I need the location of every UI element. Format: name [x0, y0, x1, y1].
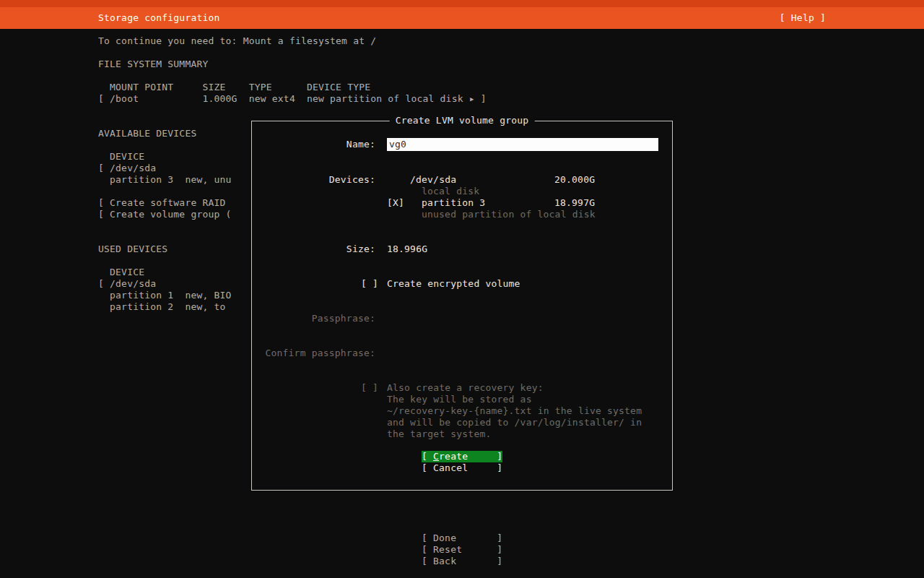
- size-value: 18.996G: [387, 243, 427, 255]
- recovery-help-line: the target system.: [387, 428, 491, 440]
- vg-name-input[interactable]: [387, 138, 658, 151]
- available-device-columns: DEVICE: [98, 151, 144, 163]
- partition-size: 18.997G: [554, 197, 595, 209]
- recovery-checkbox: [ ]: [361, 382, 378, 394]
- create-button[interactable]: [ Create ]: [422, 451, 502, 462]
- reset-button[interactable]: [ Reset ]: [422, 544, 502, 556]
- recovery-help-line: ~/recovery-key-{name}.txt in the live sy…: [387, 405, 642, 417]
- create-button-suffix: reate ]: [439, 451, 502, 462]
- fs-summary-heading: FILE SYSTEM SUMMARY: [98, 59, 209, 70]
- device-disk-size: 20.000G: [554, 174, 595, 186]
- done-button[interactable]: [ Done ]: [422, 532, 502, 544]
- size-label: Size:: [252, 243, 375, 255]
- create-raid-button[interactable]: [ Create software RAID: [98, 197, 226, 209]
- create-button-prefix: [: [422, 451, 433, 462]
- used-device-disk[interactable]: [ /dev/sda: [98, 278, 156, 290]
- recovery-help-line: The key will be stored as: [387, 394, 532, 405]
- cancel-button[interactable]: [ Cancel ]: [422, 462, 502, 474]
- used-devices-heading: USED DEVICES: [98, 243, 167, 255]
- passphrase-label: Passphrase:: [252, 313, 375, 324]
- recovery-help-line: and will be copied to /var/log/installer…: [387, 417, 642, 428]
- header-accent-strip: [0, 0, 924, 7]
- fs-summary-columns: MOUNT POINT SIZE TYPE DEVICE TYPE: [98, 82, 370, 93]
- recovery-label: Also create a recovery key:: [387, 382, 544, 394]
- installer-screen: Storage configuration [ Help ] To contin…: [0, 0, 924, 578]
- header-bar: Storage configuration [ Help ]: [0, 7, 924, 29]
- partition-note: unused partition of local disk: [422, 209, 596, 220]
- available-devices-heading: AVAILABLE DEVICES: [98, 128, 196, 139]
- instruction-text: To continue you need to: Mount a filesys…: [98, 35, 376, 47]
- partition-checkbox[interactable]: [X]: [387, 197, 404, 209]
- fs-summary-row[interactable]: [ /boot 1.000G new ext4 new partition of…: [98, 93, 487, 105]
- available-device-disk[interactable]: [ /dev/sda: [98, 163, 156, 174]
- used-device-partition-1[interactable]: partition 1 new, BIO: [98, 290, 232, 301]
- encrypt-checkbox[interactable]: [ ]: [361, 278, 378, 290]
- page-title: Storage configuration: [98, 12, 220, 24]
- partition-name[interactable]: partition 3: [422, 197, 485, 209]
- create-lvm-dialog: Create LVM volume group Name: Devices: /…: [251, 121, 673, 491]
- back-button[interactable]: [ Back ]: [422, 556, 502, 567]
- devices-label: Devices:: [252, 174, 375, 186]
- device-disk-name: /dev/sda: [410, 174, 456, 186]
- create-volume-group-button[interactable]: [ Create volume group (: [98, 209, 232, 220]
- used-device-partition-2[interactable]: partition 2 new, to: [98, 301, 226, 313]
- device-disk-note: local disk: [422, 186, 479, 197]
- vg-name-label: Name:: [252, 139, 375, 150]
- help-button[interactable]: [ Help ]: [780, 12, 826, 24]
- used-device-columns: DEVICE: [98, 267, 144, 278]
- available-device-partition[interactable]: partition 3 new, unu: [98, 174, 232, 186]
- dialog-title: Create LVM volume group: [390, 115, 535, 126]
- create-button-accelerator: C: [433, 451, 439, 462]
- confirm-passphrase-label: Confirm passphrase:: [252, 348, 375, 359]
- encrypt-label: Create encrypted volume: [387, 278, 520, 290]
